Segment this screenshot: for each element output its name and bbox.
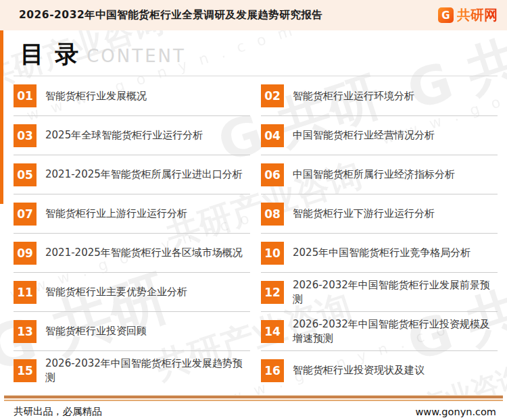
toc-item-label: 2026-2032年中国智能货柜行业投资规模及增速预测 (293, 317, 498, 345)
toc-item-label: 智能货柜行业投资现状及建议 (293, 363, 425, 377)
toc-item-16[interactable]: 16智能货柜行业投资现状及建议 (261, 350, 498, 390)
toc-item-label: 2025年中国智能货柜行业竞争格局分析 (293, 246, 470, 259)
toc-item-10[interactable]: 102025年中国智能货柜行业竞争格局分析 (261, 233, 498, 272)
logo-text: 共研网 (457, 6, 498, 24)
toc-title-en: CONTENT (87, 46, 186, 66)
toc-column-right: 02智能货柜行业运行环境分析04中国智能货柜行业经营情况分析06中国智能货柜所属… (261, 76, 498, 390)
toc-item-15[interactable]: 152026-2032年中国智能货柜行业发展趋势预测 (14, 350, 250, 390)
toc-item-label: 2026-2032年中国智能货柜行业发展前景预测 (293, 278, 498, 306)
toc-item-01[interactable]: 01智能货柜行业发展概况 (14, 76, 250, 115)
report-toc-page: 共研产业咨询w w w . g o n y n . c o mG 共研G 共研w… (0, 0, 507, 420)
toc-item-label: 2021-2025年智能货柜所属行业进出口分析 (45, 167, 243, 181)
toc-item-13[interactable]: 13智能货柜行业投资回顾 (14, 311, 250, 350)
toc-item-label: 智能货柜行业运行环境分析 (293, 89, 414, 103)
toc-item-number: 16 (261, 359, 284, 382)
report-title: 2026-2032年中国智能货柜行业全景调研及发展趋势研究报告 (19, 8, 322, 22)
footer: 共研出品，必属精品 www.gonyn.com (0, 395, 507, 420)
toc-column-left: 01智能货柜行业发展概况032025年全球智能货柜行业运行分析052021-20… (14, 76, 250, 390)
toc-item-09[interactable]: 092021-2025年智能货柜行业各区域市场概况 (14, 233, 250, 272)
logo-g-icon: G (438, 7, 454, 23)
toc-item-number: 15 (14, 359, 37, 382)
toc-item-label: 2025年全球智能货柜行业运行分析 (45, 128, 203, 142)
toc-content: 目 录 CONTENT 01智能货柜行业发展概况032025年全球智能货柜行业运… (0, 38, 507, 390)
toc-title-cn: 目 录 (20, 38, 80, 70)
toc-item-label: 中国智能货柜所属行业经济指标分析 (293, 167, 455, 181)
toc-item-07[interactable]: 07智能货柜行业上游行业运行分析 (14, 194, 250, 233)
toc-item-03[interactable]: 032025年全球智能货柜行业运行分析 (14, 115, 250, 155)
toc-item-label: 中国智能货柜行业经营情况分析 (293, 128, 435, 142)
toc-item-label: 智能货柜行业投资回顾 (45, 324, 147, 338)
toc-item-number: 09 (14, 242, 37, 265)
toc-item-number: 10 (261, 242, 284, 265)
toc-item-number: 02 (261, 84, 284, 107)
toc-item-number: 04 (261, 124, 284, 147)
toc-grid: 01智能货柜行业发展概况032025年全球智能货柜行业运行分析052021-20… (14, 76, 498, 390)
toc-item-number: 05 (14, 163, 37, 186)
toc-item-number: 14 (261, 320, 284, 343)
footer-divider (4, 395, 503, 401)
toc-heading: 目 录 CONTENT (20, 38, 498, 72)
toc-item-06[interactable]: 06中国智能货柜所属行业经济指标分析 (261, 155, 498, 194)
toc-item-label: 智能货柜行业发展概况 (45, 89, 147, 103)
toc-item-05[interactable]: 052021-2025年智能货柜所属行业进出口分析 (14, 155, 250, 194)
toc-item-label: 智能货柜行业上游行业运行分析 (45, 207, 187, 220)
toc-item-04[interactable]: 04中国智能货柜行业经营情况分析 (261, 115, 498, 155)
toc-item-11[interactable]: 11智能货柜行业主要优势企业分析 (14, 272, 250, 311)
toc-item-number: 06 (261, 163, 284, 186)
toc-item-number: 08 (261, 203, 284, 226)
toc-item-label: 智能货柜行业下游行业运行分析 (293, 207, 435, 220)
toc-item-08[interactable]: 08智能货柜行业下游行业运行分析 (261, 194, 498, 233)
header-bar: 2026-2032年中国智能货柜行业全景调研及发展趋势研究报告 G 共研网 (0, 0, 507, 30)
toc-item-number: 07 (14, 203, 37, 226)
footer-url[interactable]: www.gonyn.com (416, 406, 496, 417)
toc-item-label: 智能货柜行业主要优势企业分析 (45, 285, 187, 298)
brand-logo[interactable]: G 共研网 (438, 6, 498, 24)
toc-item-14[interactable]: 142026-2032年中国智能货柜行业投资规模及增速预测 (261, 311, 498, 350)
toc-item-number: 11 (14, 281, 37, 304)
toc-item-label: 2021-2025年智能货柜行业各区域市场概况 (45, 246, 243, 259)
footer-slogan: 共研出品，必属精品 (14, 405, 102, 418)
toc-item-number: 03 (14, 124, 37, 147)
toc-item-label: 2026-2032年中国智能货柜行业发展趋势预测 (45, 357, 250, 384)
toc-item-12[interactable]: 122026-2032年中国智能货柜行业发展前景预测 (261, 272, 498, 311)
toc-item-02[interactable]: 02智能货柜行业运行环境分析 (261, 76, 498, 115)
toc-item-number: 13 (14, 320, 37, 343)
toc-item-number: 01 (14, 84, 37, 107)
toc-item-number: 12 (261, 281, 284, 304)
